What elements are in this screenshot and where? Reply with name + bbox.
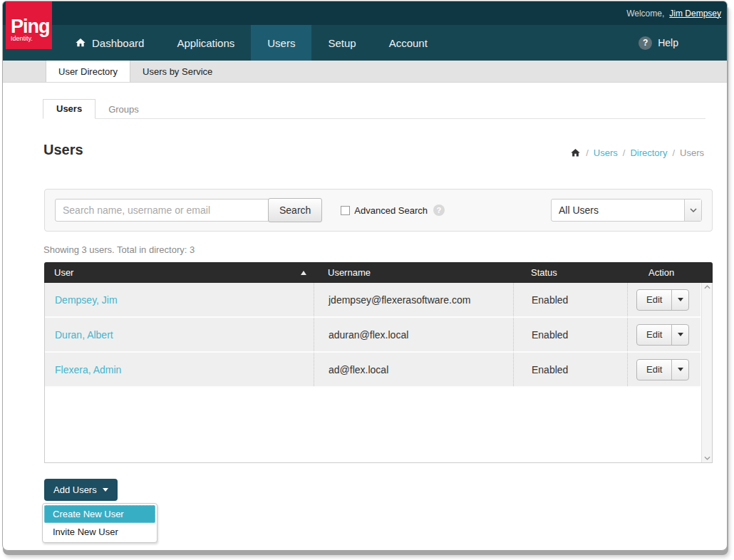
- column-label: Username: [328, 267, 371, 278]
- tab-label: Users: [56, 103, 82, 114]
- chevron-down-icon: [684, 199, 701, 221]
- table-body: Dempsey, Jim jdempsey@flexerasoftware.co…: [44, 283, 713, 463]
- menu-item-create-new-user[interactable]: Create New User: [44, 505, 155, 523]
- breadcrumb-separator: /: [623, 147, 626, 158]
- search-input[interactable]: [55, 199, 269, 222]
- add-users-button[interactable]: Add Users: [44, 479, 118, 501]
- user-name-cell: Duran, Albert: [45, 318, 314, 351]
- status-cell: Enabled: [513, 318, 627, 351]
- nav-item-users[interactable]: Users: [251, 25, 311, 61]
- page-title: Users: [43, 142, 83, 158]
- menu-item-invite-new-user[interactable]: Invite New User: [44, 523, 155, 541]
- nav-item-setup[interactable]: Setup: [311, 25, 372, 61]
- advanced-search-label[interactable]: Advanced Search: [354, 205, 428, 216]
- edit-button[interactable]: Edit: [637, 290, 671, 310]
- username-cell: jdempsey@flexerasoftware.com: [314, 283, 513, 316]
- column-label: Status: [531, 267, 557, 278]
- breadcrumb-separator: /: [672, 147, 675, 158]
- status-cell: Enabled: [513, 283, 627, 316]
- section-tabs: User Directory Users by Service: [3, 61, 727, 83]
- main-navbar: Dashboard Applications Users Setup Accou…: [3, 25, 727, 61]
- breadcrumb-separator: /: [586, 147, 589, 158]
- nav-item-label: Setup: [328, 37, 356, 49]
- user-filter-value: All Users: [552, 204, 684, 216]
- tab-label: User Directory: [58, 66, 118, 77]
- nav-item-applications[interactable]: Applications: [160, 25, 251, 61]
- table-row: Flexera, Admin ad@flex.local Enabled Edi…: [45, 353, 701, 388]
- tab-groups[interactable]: Groups: [95, 100, 152, 119]
- results-summary: Showing 3 users. Total in directory: 3: [43, 244, 195, 255]
- nav-item-label: Dashboard: [92, 37, 144, 49]
- column-header-user[interactable]: User: [44, 267, 314, 278]
- edit-dropdown-toggle[interactable]: [671, 290, 688, 310]
- username-cell: aduran@flex.local: [314, 318, 513, 351]
- search-button[interactable]: Search: [268, 198, 322, 222]
- column-label: Action: [648, 267, 674, 278]
- logo-brand-text: Ping: [11, 19, 52, 34]
- user-name-cell: Flexera, Admin: [45, 353, 314, 386]
- scroll-down-icon: [704, 456, 710, 460]
- add-users-menu: Create New User Invite New User: [42, 503, 157, 543]
- nav-help[interactable]: ? Help: [639, 25, 727, 61]
- advanced-search-control: Advanced Search ?: [341, 204, 445, 216]
- action-cell: Edit: [627, 353, 701, 386]
- edit-button[interactable]: Edit: [637, 325, 671, 345]
- edit-dropdown-toggle[interactable]: [671, 325, 688, 345]
- tab-users[interactable]: Users: [43, 99, 95, 119]
- column-header-action: Action: [627, 267, 702, 278]
- table-row: Duran, Albert aduran@flex.local Enabled …: [45, 318, 701, 353]
- caret-down-icon: [103, 488, 108, 492]
- scroll-up-icon: [704, 285, 710, 289]
- breadcrumb-home-icon[interactable]: [570, 147, 581, 158]
- nav-items: Dashboard Applications Users Setup Accou…: [58, 25, 444, 61]
- app-window: Welcome, Jim Dempsey Dashboard Applicati…: [2, 1, 728, 551]
- column-label: User: [54, 267, 73, 278]
- home-icon: [75, 37, 86, 48]
- advanced-search-checkbox[interactable]: [341, 206, 350, 215]
- nav-item-label: Users: [267, 37, 295, 49]
- user-name-link[interactable]: Duran, Albert: [55, 329, 113, 341]
- edit-split-button[interactable]: Edit: [636, 359, 689, 380]
- nav-item-dashboard[interactable]: Dashboard: [58, 25, 160, 61]
- add-users-label: Add Users: [53, 484, 97, 495]
- column-header-status[interactable]: Status: [513, 267, 627, 278]
- welcome-label: Welcome,: [626, 9, 664, 19]
- user-name-cell: Dempsey, Jim: [45, 283, 314, 316]
- caret-down-icon: [678, 368, 683, 371]
- user-filter-select[interactable]: All Users: [551, 199, 702, 222]
- breadcrumb-link-directory[interactable]: Directory: [630, 147, 667, 158]
- directory-tabs: Users Groups: [43, 100, 705, 119]
- table-row: Dempsey, Jim jdempsey@flexerasoftware.co…: [45, 283, 701, 318]
- ping-logo[interactable]: Ping Identity.: [6, 1, 52, 49]
- username-cell: ad@flex.local: [314, 353, 513, 386]
- tab-user-directory[interactable]: User Directory: [46, 61, 130, 82]
- edit-dropdown-toggle[interactable]: [671, 360, 688, 380]
- user-name-link[interactable]: Dempsey, Jim: [55, 294, 118, 306]
- help-label: Help: [658, 37, 678, 48]
- table-scrollbar[interactable]: [701, 283, 712, 462]
- user-name-link[interactable]: Flexera, Admin: [55, 364, 121, 375]
- action-cell: Edit: [627, 283, 701, 316]
- sort-ascending-icon[interactable]: [301, 271, 306, 275]
- users-table: User Username Status Action Dempsey, Jim…: [44, 262, 713, 463]
- nav-item-label: Applications: [177, 37, 234, 49]
- column-header-username[interactable]: Username: [314, 267, 513, 278]
- edit-split-button[interactable]: Edit: [636, 289, 689, 311]
- nav-item-account[interactable]: Account: [373, 25, 444, 61]
- caret-down-icon: [678, 298, 683, 301]
- action-cell: Edit: [627, 318, 701, 351]
- breadcrumb-current: Users: [680, 147, 704, 158]
- question-icon: ?: [433, 204, 445, 216]
- welcome-bar: Welcome, Jim Dempsey: [3, 1, 727, 25]
- edit-button[interactable]: Edit: [637, 360, 671, 380]
- breadcrumb-link-users[interactable]: Users: [594, 147, 618, 158]
- current-user-link[interactable]: Jim Dempsey: [669, 9, 721, 19]
- table-header: User Username Status Action: [44, 262, 713, 283]
- caret-down-icon: [678, 333, 683, 336]
- search-panel: Search Advanced Search ? All Users: [44, 189, 713, 232]
- breadcrumb: / Users / Directory / Users: [570, 147, 704, 158]
- edit-split-button[interactable]: Edit: [636, 324, 689, 346]
- tab-users-by-service[interactable]: Users by Service: [130, 61, 224, 82]
- status-cell: Enabled: [513, 353, 627, 386]
- help-icon[interactable]: ?: [639, 36, 652, 50]
